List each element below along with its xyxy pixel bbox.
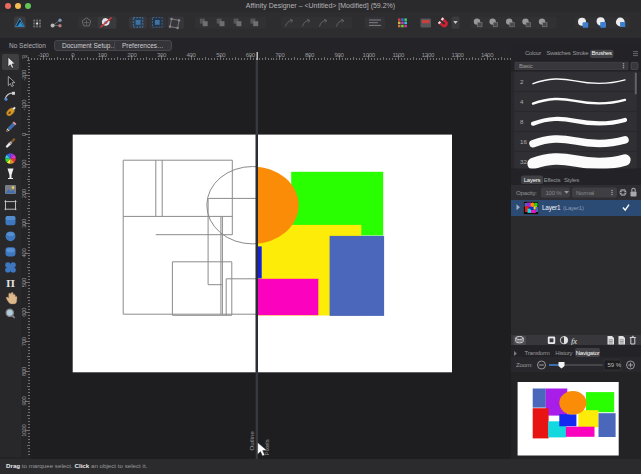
svg-text:-200: -200 [21,69,27,81]
svg-text:-100: -100 [21,99,27,111]
svg-text:800: 800 [305,52,315,58]
svg-text:4: 4 [520,98,524,105]
svg-text:Pixels: Pixels [263,439,270,455]
svg-text:1000: 1000 [21,424,27,437]
svg-text:Brushes: Brushes [592,50,613,56]
svg-text:900: 900 [21,395,27,405]
svg-text:0: 0 [21,132,27,136]
svg-text:Effects: Effects [544,177,561,183]
svg-text:59 %: 59 % [608,362,622,368]
svg-text:100 %: 100 % [546,190,563,196]
svg-text:Opacity:: Opacity: [516,189,537,196]
svg-text:Navigator: Navigator [576,350,600,356]
svg-text:200: 200 [21,188,27,198]
svg-text:32: 32 [520,158,527,165]
svg-text:600: 600 [21,307,27,317]
svg-text:Basic: Basic [519,63,533,69]
svg-text:100: 100 [21,159,27,169]
svg-text:Colour: Colour [525,50,541,56]
svg-text:1300: 1300 [451,52,464,58]
svg-text:16: 16 [520,138,527,145]
svg-text:Stroke: Stroke [573,50,590,56]
svg-text:fx: fx [571,336,577,346]
svg-text:700: 700 [275,52,285,58]
svg-text:500: 500 [21,277,27,287]
svg-text:Outline: Outline [248,431,255,451]
svg-text:300: 300 [157,52,167,58]
svg-text:700: 700 [21,336,27,346]
svg-text:900: 900 [335,52,345,58]
svg-text:2: 2 [520,78,524,85]
svg-text:100: 100 [98,52,108,58]
svg-text:1400: 1400 [481,52,494,58]
svg-text:1000: 1000 [363,52,376,58]
svg-text:200: 200 [127,52,137,58]
svg-text:400: 400 [187,52,197,58]
svg-text:Styles: Styles [564,177,579,183]
svg-text:px: px [22,53,28,59]
svg-text:600: 600 [246,52,256,58]
svg-text:300: 300 [21,218,27,228]
svg-text:Transform: Transform [525,350,550,356]
svg-text:8: 8 [520,118,524,125]
svg-text:Π: Π [6,277,15,289]
svg-text:Swatches: Swatches [546,50,570,56]
svg-text:0: 0 [71,52,75,58]
svg-text:1200: 1200 [422,52,435,58]
svg-text:1100: 1100 [392,52,405,58]
svg-text:Normal: Normal [576,190,594,196]
svg-text:400: 400 [21,247,27,257]
svg-text:History: History [555,350,572,356]
svg-text:800: 800 [21,366,27,376]
svg-text:500: 500 [216,52,226,58]
svg-text:Zoom:: Zoom: [516,361,533,368]
svg-text:-100: -100 [38,52,50,58]
svg-text:Layers: Layers [524,177,541,183]
svg-text:(Layer1): (Layer1) [563,205,584,211]
svg-text:Layer1: Layer1 [542,204,561,212]
